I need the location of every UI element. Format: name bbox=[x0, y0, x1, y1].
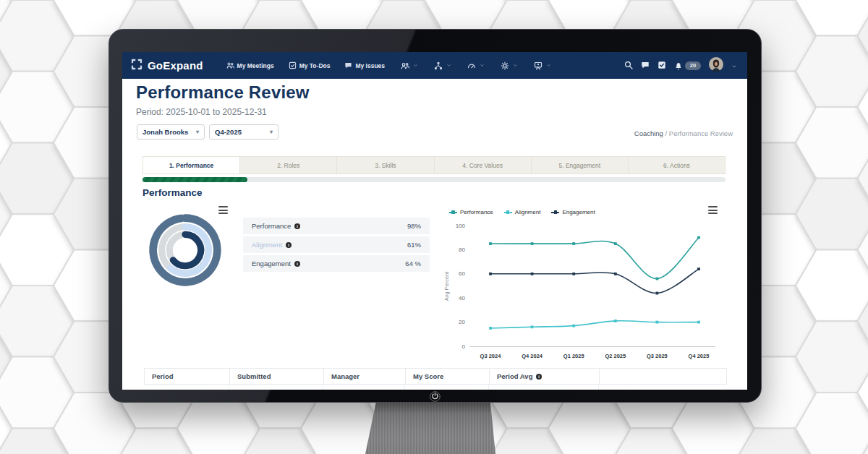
x-tick-label: Q2 2025 bbox=[605, 353, 626, 359]
notifications-button[interactable]: 20 bbox=[674, 61, 701, 70]
legend-label: Engagement bbox=[562, 209, 595, 215]
info-icon[interactable]: i bbox=[286, 242, 292, 248]
chat-icon bbox=[641, 61, 650, 69]
table-cell bbox=[405, 385, 489, 390]
data-point-alignment[interactable] bbox=[489, 327, 492, 330]
expand-brackets-icon bbox=[131, 59, 142, 73]
tab-3[interactable]: 3. Skills bbox=[337, 157, 434, 174]
breadcrumb-parent[interactable]: Coaching bbox=[634, 129, 663, 137]
section-heading: Performance bbox=[142, 187, 203, 198]
chevron-down-icon: ▾ bbox=[196, 129, 199, 135]
nav-item-my-issues[interactable]: My Issues bbox=[344, 61, 385, 69]
data-point-engagement[interactable] bbox=[572, 273, 575, 275]
nav-dropdown-presenter[interactable] bbox=[534, 61, 551, 70]
data-point-performance[interactable] bbox=[531, 242, 534, 245]
quarter-dropdown[interactable]: Q4-2025 ▾ bbox=[209, 124, 278, 140]
x-tick-label: Q4 2025 bbox=[689, 353, 710, 359]
stat-label: Performance bbox=[252, 222, 291, 230]
tab-6[interactable]: 6. Actions bbox=[629, 157, 725, 174]
search-button[interactable] bbox=[624, 59, 633, 72]
tab-1[interactable]: 1. Performance bbox=[143, 157, 240, 174]
screen: GoExpand My MeetingsMy To-DosMy Issues 2… bbox=[122, 52, 747, 390]
person-dropdown[interactable]: Jonah Brooks ▾ bbox=[137, 124, 205, 140]
data-point-alignment[interactable] bbox=[614, 320, 617, 322]
chevron-down-icon bbox=[413, 63, 418, 68]
column-header-empty bbox=[600, 369, 726, 384]
tab-5[interactable]: 5. Engagement bbox=[532, 157, 629, 174]
legend-item-engagement[interactable]: Engagement bbox=[551, 209, 595, 215]
chat-button[interactable] bbox=[641, 59, 650, 72]
app-logo[interactable]: GoExpand bbox=[131, 59, 203, 73]
data-point-engagement[interactable] bbox=[531, 273, 534, 275]
data-point-engagement[interactable] bbox=[697, 267, 700, 270]
y-tick-label: 40 bbox=[459, 295, 465, 301]
nav-dropdown-hierarchy[interactable] bbox=[434, 61, 451, 70]
presenter-icon bbox=[534, 61, 542, 70]
tab-2[interactable]: 2. Roles bbox=[240, 157, 337, 174]
issues-icon bbox=[344, 61, 352, 69]
stat-row-engagement: Engagementi64 % bbox=[243, 255, 430, 272]
column-label: Period Avg bbox=[497, 372, 532, 380]
nav-dropdown-gauge[interactable] bbox=[467, 61, 485, 70]
gear-icon bbox=[501, 61, 509, 70]
user-avatar[interactable] bbox=[709, 57, 723, 74]
nav-item-my-to-dos[interactable]: My To-Dos bbox=[289, 61, 331, 69]
todos-icon bbox=[289, 61, 297, 69]
stat-value: 61% bbox=[407, 241, 421, 249]
breadcrumb: Coaching / Performance Review bbox=[634, 129, 733, 137]
data-point-performance[interactable] bbox=[572, 242, 575, 245]
table-cell bbox=[599, 385, 726, 390]
column-header-period: Period bbox=[145, 369, 230, 384]
legend-item-performance[interactable]: Performance bbox=[449, 209, 493, 215]
stat-value: 98% bbox=[407, 222, 421, 230]
person-dropdown-value: Jonah Brooks bbox=[142, 128, 188, 136]
notification-count-badge: 20 bbox=[685, 61, 701, 70]
data-point-alignment[interactable] bbox=[531, 325, 534, 328]
data-point-alignment[interactable] bbox=[572, 325, 575, 327]
data-point-engagement[interactable] bbox=[614, 273, 617, 275]
series-line-engagement bbox=[490, 269, 699, 293]
data-point-performance[interactable] bbox=[697, 236, 700, 239]
stat-label: Alignment bbox=[252, 241, 282, 249]
breadcrumb-current: Performance Review bbox=[669, 129, 733, 137]
users-icon bbox=[401, 61, 409, 70]
history-table: PeriodSubmittedManagerMy ScorePeriod Avg… bbox=[144, 368, 727, 390]
legend-item-alignment[interactable]: Alignment bbox=[504, 209, 541, 215]
data-point-alignment[interactable] bbox=[656, 321, 659, 324]
quarter-dropdown-value: Q4-2025 bbox=[215, 128, 242, 136]
nav-item-my-meetings[interactable]: My Meetings bbox=[226, 61, 274, 69]
power-button[interactable] bbox=[430, 391, 441, 402]
tab-4[interactable]: 4. Core Values bbox=[435, 157, 532, 174]
power-icon bbox=[430, 391, 441, 402]
step-tabs: 1. Performance2. Roles3. Skills4. Core V… bbox=[142, 156, 726, 174]
nav-item-label: My Issues bbox=[355, 62, 385, 69]
data-point-performance[interactable] bbox=[614, 242, 617, 245]
line-chart-menu-icon[interactable] bbox=[708, 206, 718, 214]
info-icon[interactable]: i bbox=[294, 223, 300, 229]
nav-dropdown-gear[interactable] bbox=[501, 61, 518, 70]
profile-menu-chevron[interactable] bbox=[731, 59, 737, 72]
nav-item-label: My Meetings bbox=[237, 62, 274, 69]
y-tick-label: 20 bbox=[459, 319, 465, 325]
table-cell bbox=[489, 385, 599, 390]
data-point-engagement[interactable] bbox=[489, 273, 492, 275]
series-line-alignment bbox=[490, 321, 699, 328]
info-icon[interactable]: i bbox=[536, 374, 542, 380]
data-point-alignment[interactable] bbox=[697, 321, 700, 324]
legend-marker bbox=[551, 212, 559, 213]
legend-marker bbox=[504, 212, 512, 213]
bell-icon bbox=[674, 61, 683, 70]
y-tick-label: 100 bbox=[456, 223, 466, 229]
column-label: Manager bbox=[331, 372, 359, 380]
data-point-performance[interactable] bbox=[489, 242, 492, 245]
x-tick-label: Q4 2024 bbox=[522, 353, 543, 359]
column-label: My Score bbox=[413, 372, 443, 380]
data-point-engagement[interactable] bbox=[656, 292, 659, 295]
nav-right: 20 bbox=[624, 57, 737, 74]
nav-dropdown-users[interactable] bbox=[401, 61, 418, 70]
data-point-performance[interactable] bbox=[656, 278, 659, 280]
info-icon[interactable]: i bbox=[294, 261, 300, 267]
progress-track bbox=[142, 177, 726, 182]
chevron-down-icon: ▾ bbox=[270, 129, 273, 135]
check-square-button[interactable] bbox=[658, 59, 666, 72]
